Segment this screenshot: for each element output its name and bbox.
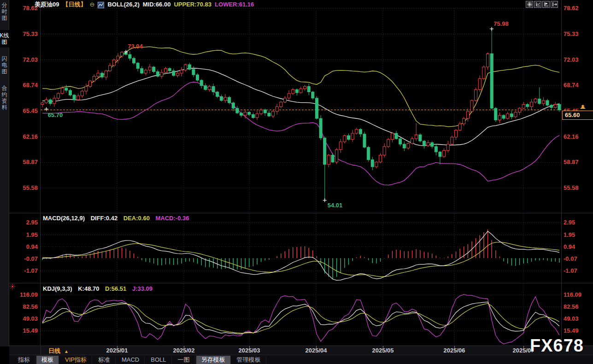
candle-body	[518, 108, 521, 112]
axis-scale-button[interactable]	[534, 1, 541, 8]
candle-body	[379, 155, 382, 162]
main-ytick-right: 62.16	[564, 133, 579, 140]
candle-body	[383, 147, 386, 155]
macd-diff-value: DIFF:0.42	[91, 215, 118, 222]
candle-body	[141, 69, 143, 73]
tab-one-chart[interactable]: 一图	[173, 356, 195, 364]
price-marker-cross	[45, 107, 48, 111]
macd-ytick-left: 1.95	[26, 231, 38, 238]
candle-body	[431, 142, 434, 146]
candle-body	[415, 135, 417, 139]
candle-body	[478, 79, 481, 90]
candle-body	[407, 143, 410, 148]
candle-body	[121, 52, 123, 56]
candle-body	[490, 54, 493, 108]
candle-body	[387, 140, 390, 147]
candle-body	[419, 135, 422, 141]
kdj-ytick-right: 116.09	[564, 291, 581, 298]
candle-body	[97, 73, 100, 76]
main-ytick-left: 55.58	[23, 184, 38, 191]
candle-body	[85, 87, 88, 91]
candle-body	[268, 113, 270, 116]
candle-body	[427, 142, 429, 146]
tab-templates[interactable]: 模板	[36, 356, 59, 364]
boll-lower-line	[42, 82, 559, 185]
watermark: FX678	[530, 336, 584, 356]
macd-macd-value: MACD:-0.36	[156, 215, 189, 222]
candle-body	[252, 115, 254, 118]
boll-indicator-label: BOLL(26,2)	[107, 1, 139, 8]
candle-body	[466, 112, 469, 118]
kdj-ytick-left: 15.49	[23, 327, 38, 334]
x-axis-bar: 日线▲ 2025/012025/022025/032025/042025/052…	[9, 346, 593, 355]
kdj-ytick-right: 15.49	[564, 327, 579, 334]
candle-body	[514, 112, 517, 117]
candle-body	[315, 98, 318, 118]
tab-save-template[interactable]: 另存模板	[196, 356, 231, 364]
boll-mid-line	[42, 68, 559, 146]
main-ytick-left: 65.45	[23, 107, 38, 114]
candle-body	[343, 135, 346, 142]
candle-body	[283, 98, 286, 102]
candle-body	[482, 67, 485, 78]
macd-ytick-right: 1.95	[564, 231, 575, 238]
chart-app: 78.6278.6275.3375.3372.0372.0368.7468.74…	[0, 0, 593, 364]
candle-body	[526, 105, 529, 107]
candle-body	[371, 160, 374, 167]
candle-body	[434, 147, 437, 152]
candle-body	[304, 87, 306, 89]
period-selector[interactable]: 日线▲	[48, 347, 69, 355]
price-annotation: 73.04	[128, 43, 143, 50]
candle-body	[550, 105, 553, 107]
candle-body	[89, 81, 92, 87]
candle-body	[522, 105, 525, 108]
candle-body	[112, 60, 115, 65]
collapse-icon[interactable]: ⊖	[89, 1, 94, 8]
candle-body	[260, 110, 263, 113]
candle-body	[216, 92, 219, 96]
current-price-value: 65.60	[565, 112, 580, 118]
current-price-box: 65.60	[562, 111, 593, 120]
candle-body	[196, 75, 199, 80]
axis-flag-button[interactable]	[542, 1, 550, 8]
main-ytick-right: 75.33	[564, 30, 579, 37]
candle-body	[65, 88, 68, 90]
candle-body	[307, 87, 310, 92]
main-ytick-left: 58.87	[23, 159, 38, 165]
tab-vip-indicators[interactable]: VIP指标	[60, 356, 92, 364]
sidebar-item-flash-chart[interactable]: 闪电图	[1, 55, 8, 75]
tab-macd[interactable]: MACD	[117, 356, 145, 364]
candle-body	[498, 115, 501, 120]
sidebar-item-contract-info[interactable]: 合约资料	[1, 85, 8, 111]
candle-body	[359, 129, 362, 134]
sidebar-item-time-chart[interactable]: 分时图	[1, 2, 8, 21]
candle-body	[117, 56, 119, 60]
move-tool-button[interactable]	[526, 1, 533, 8]
exit-panel-button[interactable]	[551, 1, 558, 8]
candle-body	[208, 87, 211, 90]
candle-body	[156, 71, 159, 76]
x-axis-label: 2025/04	[300, 347, 332, 354]
x-axis-label: 2025/06	[438, 347, 470, 354]
macd-ytick-right: -1.07	[564, 267, 577, 274]
candle-body	[295, 89, 298, 93]
tab-manage-template[interactable]: 管理模板	[232, 356, 266, 364]
tab-boll[interactable]: BOLL	[146, 356, 171, 364]
candle-body	[506, 114, 509, 118]
candle-body	[244, 112, 247, 115]
candle-body	[180, 70, 183, 73]
period-badge: 【日线】	[62, 0, 86, 9]
candle-body	[57, 94, 60, 98]
tab-indicators[interactable]: 指标	[13, 356, 35, 364]
candle-body	[136, 63, 139, 69]
sidebar-item-kline-chart[interactable]: K线图	[0, 30, 9, 47]
candlestick-chart[interactable]: 78.6278.6275.3375.3372.0372.0368.7468.74…	[0, 0, 593, 346]
main-ytick-left: 75.33	[23, 30, 38, 37]
candle-body	[446, 144, 449, 151]
tab-standard[interactable]: 标准	[93, 356, 116, 364]
candle-body	[331, 155, 334, 162]
candle-body	[53, 98, 56, 104]
main-ytick-left: 62.16	[23, 133, 38, 140]
kdj-ytick-right: 49.03	[564, 315, 579, 322]
kdj-ytick-right: 82.56	[564, 303, 579, 310]
